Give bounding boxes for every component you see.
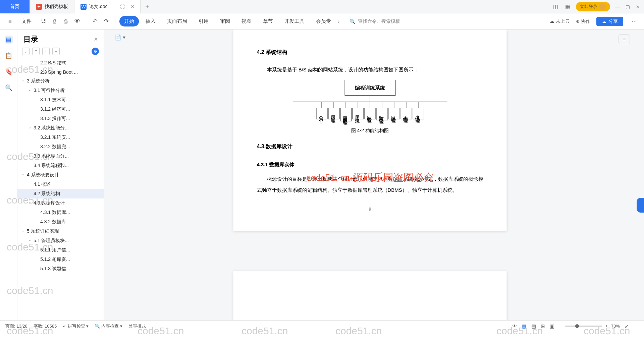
view-web-icon[interactable]: ⊞ (541, 323, 545, 329)
word-count[interactable]: 字数: 10585 (34, 323, 57, 329)
close-outline-icon[interactable]: × (94, 36, 98, 43)
ribbon-tab-layout[interactable]: 页面布局 (162, 16, 192, 26)
outline-item[interactable]: ⌄3.1 可行性分析 (17, 86, 104, 95)
tab-document[interactable]: W 论文.doc ⛶ × (74, 0, 141, 13)
ribbon-tab-dev[interactable]: 开发工具 (280, 16, 309, 26)
outline-item[interactable]: 3.4 系统流程和... (17, 161, 104, 170)
outline-item[interactable]: 3.1.1 技术可... (17, 95, 104, 105)
outline-item[interactable]: 3.2.1 系统安... (17, 133, 104, 142)
new-tab-button[interactable]: + (141, 3, 154, 10)
figure-leaf: 用户交流 (352, 108, 364, 119)
outline-item[interactable]: ⌄3 系统分析 (17, 76, 104, 86)
outline-item[interactable]: 5.1.1 用户信... (17, 245, 104, 255)
ribbon-tab-member[interactable]: 会员专 (311, 16, 336, 26)
side-tag[interactable] (637, 198, 644, 213)
outline-item[interactable]: ⌄3.2 系统性能分... (17, 123, 104, 133)
clipboard-icon[interactable]: 📋 (5, 52, 13, 60)
zoom-control[interactable]: − + 70% (559, 324, 620, 329)
outline-item[interactable]: ⌄4 系统概要设计 (17, 170, 104, 180)
collab-button[interactable]: ⊕ 协作 (576, 18, 590, 24)
file-menu[interactable]: 文件 (17, 16, 36, 26)
page-icon[interactable]: 📄 ▾ (115, 34, 125, 41)
preview-icon[interactable]: 👁 (72, 17, 82, 26)
panel-toggle-icon[interactable]: ≡ (619, 34, 630, 44)
outline-item[interactable]: ⌄5.1 管理员模块... (17, 236, 104, 245)
outline-item[interactable]: 4.3.2 数据库... (17, 217, 104, 227)
ribbon-search[interactable]: 🔍 查找命令、搜索模板 (350, 18, 400, 24)
cloud-status[interactable]: ☁ 未上云 (550, 18, 570, 24)
more-icon[interactable]: ⋯ (629, 17, 639, 26)
outline-list[interactable]: 2.2 B/S 结构2.3 Spring Boot ...⌄3 系统分析⌄3.1… (17, 58, 104, 320)
outline-item[interactable]: 4.2 系统结构 (17, 189, 104, 198)
cloud-icon: ☁ (550, 18, 554, 24)
layout-icon[interactable]: ◫ (552, 3, 559, 10)
search-icon: 🔍 (350, 19, 355, 24)
search-rail-icon[interactable]: 🔍 (5, 84, 13, 92)
fullscreen-icon[interactable]: ⛶ (634, 323, 639, 329)
remove-button[interactable]: − (52, 48, 60, 55)
compat-mode[interactable]: 兼容模式 (128, 323, 146, 329)
outline-item[interactable]: 4.1 概述 (17, 180, 104, 189)
view-outline-icon[interactable]: ▤ (531, 323, 536, 329)
screen-icon[interactable]: ⛶ (120, 4, 125, 9)
outline-item[interactable]: 5.1.2 题库资... (17, 255, 104, 264)
menu-icon[interactable]: ≡ (5, 17, 15, 26)
outline-item[interactable]: 2.3 Spring Boot ... (17, 68, 104, 76)
zoom-slider[interactable] (565, 326, 602, 327)
word-icon: W (80, 4, 87, 10)
outline-item[interactable]: 3.2.2 数据完... (17, 142, 104, 152)
document-area[interactable]: 📄 ▾ ≡ 4.2 系统结构 本系统是基于 B/S 架构的网站系统，设计的功能结… (104, 30, 636, 320)
zoom-value[interactable]: 70% (611, 324, 620, 329)
outline-icon[interactable]: ▤ (5, 36, 13, 44)
settings-button[interactable]: ⚙ (92, 48, 99, 55)
ribbon-tab-view[interactable]: 视图 (237, 16, 256, 26)
outline-item[interactable]: 2.2 B/S 结构 (17, 58, 104, 68)
share-button[interactable]: ☁分享 (596, 17, 623, 26)
ribbon-tab-chapter[interactable]: 章节 (258, 16, 278, 26)
outline-item[interactable]: 3.3 系统界面分... (17, 152, 104, 161)
print-icon[interactable]: ⎙ (61, 17, 70, 26)
spellcheck-button[interactable]: ✓ 拼写检查 ▾ (63, 323, 89, 329)
redo-icon[interactable]: ↷ (102, 17, 111, 26)
zoom-in-icon[interactable]: + (605, 324, 608, 329)
document-page-next (233, 271, 507, 320)
view-page-icon[interactable]: ▦ (522, 323, 527, 329)
collapse-all-button[interactable]: ⌄ (22, 48, 30, 55)
outline-item[interactable]: 4.3.1 数据库... (17, 208, 104, 217)
outline-item[interactable]: 3.1.2 经济可... (17, 105, 104, 114)
ribbon-tab-review[interactable]: 审阅 (215, 16, 235, 26)
fit-icon[interactable]: ⤢ (625, 323, 629, 329)
ribbon-tab-refs[interactable]: 引用 (194, 16, 213, 26)
outline-title: 目录 (23, 34, 38, 44)
add-button[interactable]: + (42, 48, 50, 55)
figure: 编程训练系统 个人中心用户管理题库资源管理用户交流试卷管理留言板管理试题管理系统… (257, 80, 483, 136)
content-check-button[interactable]: 🔍 内容检查 ▾ (95, 323, 122, 329)
outline-item[interactable]: ⌄5 系统详细实现 (17, 227, 104, 236)
outline-item[interactable]: ⌄4.3.数据库设计 (17, 198, 104, 208)
expand-all-button[interactable]: ⌃ (32, 48, 40, 55)
login-button[interactable]: 立即登录 (576, 2, 610, 11)
saveas-icon[interactable]: ⎙ (50, 17, 59, 26)
undo-icon[interactable]: ↶ (90, 17, 100, 26)
ribbon-tab-start[interactable]: 开始 (119, 16, 139, 26)
zoom-out-icon[interactable]: − (559, 324, 562, 329)
ribbon-tab-insert[interactable]: 插入 (141, 16, 160, 26)
close-icon[interactable]: × (131, 4, 134, 10)
left-rail: ▤ 📋 🔖 🔍 (0, 30, 17, 320)
right-scrollbar[interactable] (636, 30, 644, 320)
figure-leaf: 用户管理 (328, 108, 339, 119)
page-indicator[interactable]: 页面: 13/28 (5, 323, 28, 329)
close-window-icon[interactable]: ✕ (636, 4, 640, 9)
outline-item[interactable]: 3.1.3 操作可... (17, 114, 104, 123)
view-read-icon[interactable]: ▣ (550, 323, 554, 329)
apps-icon[interactable]: ▦ (564, 3, 571, 10)
bookmark-icon[interactable]: 🔖 (5, 68, 13, 76)
share-icon: ☁ (602, 19, 606, 24)
minimize-icon[interactable]: — (615, 4, 620, 9)
maximize-icon[interactable]: ▢ (626, 4, 630, 9)
outline-item[interactable]: 5.1.3 试题信... (17, 264, 104, 274)
tab-home[interactable]: 首页 (0, 0, 30, 13)
save-icon[interactable]: 🖫 (38, 17, 48, 26)
eye-icon[interactable]: 👁 (512, 323, 517, 329)
tab-template[interactable]: ✦ 找稻壳模板 (30, 0, 74, 13)
